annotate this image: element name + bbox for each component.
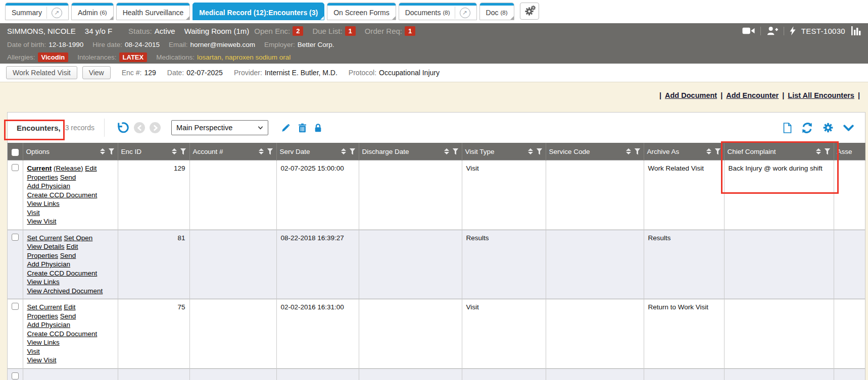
filter-icon[interactable] xyxy=(267,148,273,155)
tab-settings-button[interactable] xyxy=(520,3,539,20)
external-link-icon[interactable] xyxy=(460,8,470,18)
row-action-link[interactable]: Properties xyxy=(27,252,59,259)
tab-admin[interactable]: Admin (6) xyxy=(71,3,114,20)
chief-complaint-cell xyxy=(724,299,834,369)
sort-icon[interactable] xyxy=(528,148,533,154)
filter-icon[interactable] xyxy=(180,148,186,155)
row-checkbox[interactable] xyxy=(12,234,19,241)
column-header-assessment[interactable]: Asse xyxy=(834,143,865,160)
row-checkbox[interactable] xyxy=(12,372,19,379)
tab-summary[interactable]: Summary xyxy=(5,3,69,20)
prev-page-button[interactable] xyxy=(134,122,145,133)
column-header-serv-date[interactable]: Serv Date xyxy=(276,143,359,160)
row-action-link[interactable]: Set Current xyxy=(27,234,62,242)
intolerance-badge: LATEX xyxy=(119,52,148,62)
tab-on-screen-forms[interactable]: On Screen Forms xyxy=(327,3,396,20)
open-enc-badge[interactable]: 2 xyxy=(293,26,303,36)
filter-icon[interactable] xyxy=(635,148,641,155)
column-header-account[interactable]: Account # xyxy=(189,143,276,160)
filter-icon[interactable] xyxy=(537,148,543,155)
row-action-link[interactable]: Set Open xyxy=(64,234,92,242)
add-person-icon[interactable] xyxy=(766,26,778,35)
filter-icon[interactable] xyxy=(825,148,831,155)
table-header-row: Options Enc ID Account # Serv Date Disch… xyxy=(8,143,865,160)
row-action-link[interactable]: Add Physician xyxy=(27,260,71,268)
row-action-link[interactable]: Visit xyxy=(27,348,40,355)
row-action-link[interactable]: View Details xyxy=(27,243,65,250)
column-header-discharge-date[interactable]: Discharge Date xyxy=(359,143,462,160)
column-header-archive-as[interactable]: Archive As xyxy=(644,143,724,160)
sort-icon[interactable] xyxy=(259,148,264,154)
lock-icon[interactable] xyxy=(314,123,322,133)
tab-doc[interactable]: Doc (8) xyxy=(479,3,514,20)
row-action-link[interactable]: Edit xyxy=(66,243,78,250)
row-action-link[interactable]: View Archived Document xyxy=(27,287,103,295)
sort-icon[interactable] xyxy=(341,148,346,154)
lightning-icon[interactable] xyxy=(790,26,796,35)
column-header-options[interactable]: Options xyxy=(23,143,118,160)
edit-pencil-icon[interactable] xyxy=(281,123,291,133)
filter-icon[interactable] xyxy=(350,148,356,155)
collapse-chevron-icon[interactable] xyxy=(843,125,854,131)
row-action-link[interactable]: Send xyxy=(60,174,76,181)
column-header-visit-type[interactable]: Visit Type xyxy=(462,143,546,160)
filter-icon[interactable] xyxy=(453,148,459,155)
delete-trash-icon[interactable] xyxy=(298,123,307,133)
next-page-button[interactable] xyxy=(150,122,161,133)
filter-icon[interactable] xyxy=(715,148,721,155)
list-all-encounters-link[interactable]: List All Encounters xyxy=(788,91,854,99)
sort-icon[interactable] xyxy=(100,148,105,154)
row-action-link[interactable]: Add Physician xyxy=(27,182,71,190)
row-action-link[interactable]: Edit xyxy=(85,165,97,172)
row-action-link[interactable]: Send xyxy=(60,252,76,259)
row-checkbox[interactable] xyxy=(12,303,19,310)
row-action-link[interactable]: View Links xyxy=(27,278,60,286)
view-button[interactable]: View xyxy=(82,66,111,79)
row-checkbox[interactable] xyxy=(12,164,19,171)
row-action-link[interactable]: Create CCD Document xyxy=(27,330,98,338)
row-action-link[interactable]: (Release) xyxy=(54,165,83,172)
row-action-link[interactable]: Create CCD Document xyxy=(27,269,98,277)
column-header-service-code[interactable]: Service Code xyxy=(546,143,644,160)
add-document-link[interactable]: Add Document xyxy=(665,91,717,99)
hire-date-label: Hire date: xyxy=(92,41,122,48)
perspective-select[interactable]: Main Perspective xyxy=(171,120,268,135)
order-req-badge[interactable]: 1 xyxy=(405,26,415,36)
work-related-visit-button[interactable]: Work Related Visit xyxy=(6,66,77,79)
filter-icon[interactable] xyxy=(109,148,115,155)
row-action-link[interactable]: Edit xyxy=(64,303,75,311)
row-action-link[interactable]: Properties xyxy=(27,312,59,320)
sort-icon[interactable] xyxy=(172,148,177,154)
sort-icon[interactable] xyxy=(706,148,711,154)
video-camera-icon[interactable] xyxy=(742,27,755,35)
tab-health-surveillance[interactable]: Health Surveillance xyxy=(116,3,190,20)
row-action-link[interactable]: Send xyxy=(60,312,76,320)
row-action-link[interactable]: Set Current xyxy=(27,303,62,311)
external-link-icon[interactable] xyxy=(52,8,62,18)
refresh-icon[interactable] xyxy=(801,122,813,134)
row-action-link[interactable]: Add Physician xyxy=(27,321,71,329)
select-all-checkbox[interactable] xyxy=(12,149,19,156)
row-action-link[interactable]: Create CCD Document xyxy=(27,191,98,199)
row-action-link[interactable]: View Visit xyxy=(27,356,57,364)
sort-icon[interactable] xyxy=(444,148,449,154)
grid-settings-gear-icon[interactable] xyxy=(823,122,834,133)
row-action-link[interactable]: View Visit xyxy=(27,218,57,225)
add-encounter-link[interactable]: Add Encounter xyxy=(726,91,779,99)
sort-icon[interactable] xyxy=(816,148,821,154)
row-action-link[interactable]: Current xyxy=(27,165,52,172)
column-header-enc-id[interactable]: Enc ID xyxy=(118,143,189,160)
column-header-chief-complaint[interactable]: Chief Complaint xyxy=(724,143,834,160)
row-action-link[interactable]: Properties xyxy=(27,174,59,181)
new-document-icon[interactable] xyxy=(783,123,792,133)
undo-icon[interactable] xyxy=(116,121,129,134)
bar-chart-icon[interactable] xyxy=(851,26,861,35)
tab-documents[interactable]: Documents (8) xyxy=(399,3,477,20)
sort-icon[interactable] xyxy=(626,148,631,154)
tab-medical-record[interactable]: Medical Record (12):Encounters (3) xyxy=(192,3,324,20)
row-action-link[interactable]: View Links xyxy=(27,200,60,207)
due-list-badge[interactable]: 1 xyxy=(345,26,356,36)
row-action-link[interactable]: View Links xyxy=(27,339,60,346)
row-action-link[interactable]: Visit xyxy=(27,209,40,216)
intolerances-label: Intolerances: xyxy=(77,53,116,61)
